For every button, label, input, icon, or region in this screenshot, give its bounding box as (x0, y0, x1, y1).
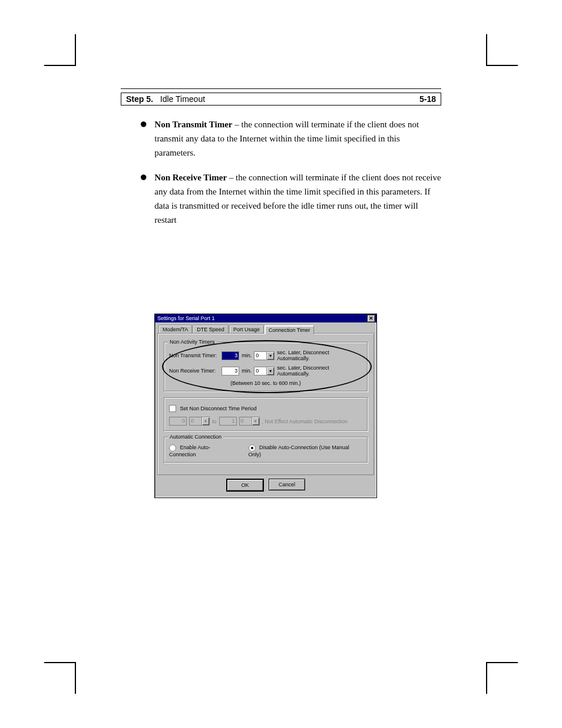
radio-icon (169, 444, 176, 452)
row-non-disconnect-range: 0 0 ▼ to 1 0 ▼ , Not Effect Automatic Di… (169, 417, 362, 426)
header-bar: Step 5. Idle Timeout 5-18 (121, 93, 441, 106)
header-left: Step 5. Idle Timeout (126, 94, 205, 104)
chevron-down-icon: ▼ (252, 417, 260, 426)
nd-to-h: 1 (219, 417, 237, 426)
tab-panel: Non Activity Timers Non Transmit Timer: … (157, 333, 374, 475)
set-non-disconnect-label: Set Non Disconnect Time Period (180, 406, 257, 411)
close-button[interactable]: ✕ (367, 315, 375, 322)
set-non-disconnect-checkbox[interactable] (169, 405, 176, 412)
group-title: Automatic Connection (168, 434, 223, 440)
step-text: Idle Timeout (160, 94, 205, 104)
row-set-non-disconnect: Set Non Disconnect Time Period (169, 405, 362, 412)
chevron-down-icon: ▼ (201, 417, 210, 426)
non-receive-sec-value: 0 (254, 367, 266, 375)
bullet-text: Non Receive Timer – the connection will … (154, 170, 441, 227)
header-rule (121, 88, 441, 89)
crop-mark-br (486, 662, 518, 694)
auto-connection-row: Enable Auto-Connection Disable Auto-Conn… (169, 444, 362, 457)
bullet-icon: ● (140, 117, 147, 130)
chevron-down-icon[interactable]: ▼ (266, 351, 275, 360)
tab-dte-speed[interactable]: DTE Speed (193, 325, 229, 334)
nd-to-sep: to (212, 419, 217, 424)
bullet-bold: Non Transmit Timer (154, 120, 232, 129)
crop-mark-tr (486, 34, 518, 66)
row-non-receive: Non Receive Timer: 3 min. 0 ▼ sec. Later… (169, 365, 362, 377)
label-non-transmit: Non Transmit Timer: (169, 353, 219, 358)
step-label: Step 5. (126, 94, 153, 104)
non-receive-suffix: sec. Later, Disconnect Automatically. (277, 365, 362, 377)
nd-to-m-value: 0 (239, 417, 252, 426)
group-title: Non Activity Timers (168, 339, 217, 345)
radio-disable-label: Disable Auto-Connection (Use Manual Only… (249, 444, 349, 457)
nd-tail: , Not Effect Automatic Disconnection (262, 419, 348, 424)
non-transmit-suffix: sec. Later, Disconnect Automatically. (277, 350, 362, 361)
label-non-receive: Non Receive Timer: (169, 368, 219, 374)
nd-from-h: 0 (169, 417, 187, 426)
bullet-text: Non Transmit Timer – the connection will… (154, 117, 441, 160)
group-non-activity-timers: Non Activity Timers Non Transmit Timer: … (164, 342, 368, 391)
body-text: ● Non Transmit Timer – the connection wi… (121, 106, 441, 243)
radio-disable-auto[interactable]: Disable Auto-Connection (Use Manual Only… (249, 444, 362, 457)
tab-strip: Modem/TA DTE Speed Port Usage Connection… (157, 325, 374, 334)
bullet-item: ● Non Transmit Timer – the connection wi… (140, 117, 441, 160)
tab-connection-timer[interactable]: Connection Timer (265, 325, 315, 334)
dialog-client: Modem/TA DTE Speed Port Usage Connection… (155, 322, 376, 498)
close-icon: ✕ (369, 316, 373, 321)
row-non-transmit: Non Transmit Timer: 3 min. 0 ▼ sec. Late… (169, 350, 362, 361)
bullet-item: ● Non Receive Timer – the connection wil… (140, 170, 441, 227)
radio-icon (249, 444, 256, 452)
settings-dialog: Settings for Serial Port 1 ✕ Modem/TA DT… (154, 314, 377, 498)
radio-enable-auto[interactable]: Enable Auto-Connection (169, 444, 237, 457)
page-content: Step 5. Idle Timeout 5-18 ● Non Transmit… (121, 88, 441, 243)
group-automatic-connection: Automatic Connection Enable Auto-Connect… (164, 437, 368, 463)
crop-mark-tl (44, 34, 76, 66)
non-transmit-sec-dropdown[interactable]: 0 ▼ (254, 351, 275, 360)
nd-from-m-dropdown: 0 ▼ (189, 417, 210, 426)
nd-from-m-value: 0 (189, 417, 201, 426)
bullet-icon: ● (140, 170, 147, 183)
chevron-down-icon[interactable]: ▼ (266, 367, 275, 375)
non-receive-min-input[interactable]: 3 (222, 367, 239, 375)
cancel-button[interactable]: Cancel (269, 479, 305, 490)
bullet-bold: Non Receive Timer (154, 173, 227, 182)
non-transmit-sec-value: 0 (254, 351, 266, 360)
dialog-title: Settings for Serial Port 1 (157, 315, 367, 321)
non-transmit-min-input[interactable]: 3 (222, 351, 239, 360)
tab-port-usage[interactable]: Port Usage (229, 325, 264, 334)
titlebar[interactable]: Settings for Serial Port 1 ✕ (155, 314, 376, 322)
nd-to-m-dropdown: 0 ▼ (239, 417, 260, 426)
unit-min: min. (242, 353, 252, 358)
crop-mark-bl (44, 662, 76, 694)
ok-button[interactable]: OK (226, 479, 264, 492)
group-non-disconnect: Set Non Disconnect Time Period 0 0 ▼ to … (164, 397, 368, 431)
range-hint: (Between 10 sec. to 600 min.) (169, 380, 362, 386)
unit-min: min. (242, 368, 252, 374)
non-receive-sec-dropdown[interactable]: 0 ▼ (254, 367, 275, 375)
dialog-buttons: OK Cancel (157, 475, 374, 495)
page-number: 5-18 (419, 94, 436, 104)
tab-modem-ta[interactable]: Modem/TA (158, 325, 192, 334)
